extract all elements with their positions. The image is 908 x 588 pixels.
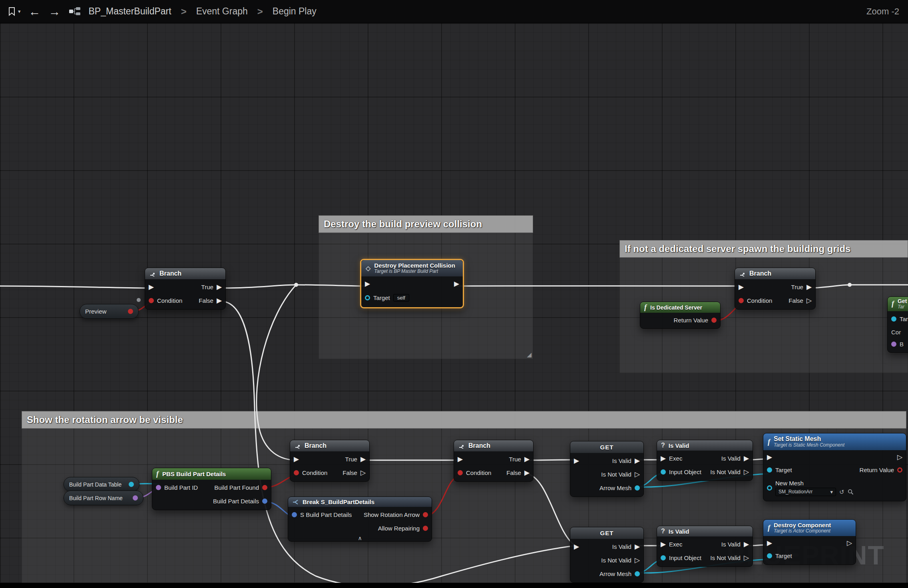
exec-in-pin[interactable]: ▶ — [767, 454, 772, 461]
exec-in-pin[interactable]: ▶ — [294, 456, 299, 463]
exec-in-pin[interactable]: ▶ — [365, 280, 370, 287]
input-object-pin[interactable] — [661, 469, 666, 475]
is-not-valid-exec-pin[interactable]: ▷ — [635, 471, 640, 478]
struct-input-pin[interactable] — [292, 512, 297, 517]
get-node-partial[interactable]: f Get Tar Tar Cor B — [887, 296, 908, 353]
node-header[interactable]: Break S_BuildPartDetails — [288, 497, 432, 507]
bookmark-control[interactable]: ▾ — [8, 7, 21, 16]
is-not-valid-exec-pin[interactable]: ▷ — [744, 469, 749, 475]
input-object-pin[interactable] — [661, 555, 666, 560]
collapse-chevron-icon[interactable]: ∧ — [358, 535, 362, 541]
target-default-value[interactable]: self — [393, 294, 409, 302]
exec-in-pin[interactable]: ▶ — [661, 455, 666, 462]
allow-repairing-pin[interactable] — [423, 526, 428, 531]
exec-in-pin[interactable]: ▶ — [574, 543, 579, 550]
node-header[interactable]: GET — [570, 441, 643, 453]
new-mesh-pin[interactable] — [767, 485, 772, 491]
build-part-found-pin[interactable] — [262, 485, 267, 490]
destroy-component-node[interactable]: f Destroy Component Target is Actor Comp… — [763, 519, 856, 565]
resize-grip-icon[interactable]: ◢ — [527, 351, 532, 358]
condition-pin[interactable] — [739, 298, 744, 303]
breadcrumb-event-graph[interactable]: Event Graph — [196, 6, 248, 17]
node-header[interactable]: GET — [570, 527, 643, 539]
validated-get-node-1[interactable]: GET ▶ Is Valid▶ Is Not Valid▷ Arrow Mesh — [570, 441, 644, 497]
return-value-pin[interactable] — [897, 467, 902, 473]
target-pin[interactable] — [767, 553, 772, 558]
reset-to-default-icon[interactable]: ↺ — [839, 489, 844, 495]
branch-header[interactable]: Branch — [145, 268, 225, 279]
branch-node-2[interactable]: Branch ▶ True▶ Condition False▷ — [735, 268, 816, 310]
branch-node-4[interactable]: Branch ▶ True▶ Condition False▶ — [454, 440, 534, 482]
node-header[interactable]: ? Is Valid — [657, 440, 753, 451]
false-exec-pin[interactable]: ▷ — [360, 469, 366, 476]
comment-header[interactable]: Show the rotation arrow be visible — [22, 411, 906, 429]
breadcrumb-root[interactable]: BP_MasterBuildPart — [89, 6, 171, 17]
exec-in-pin[interactable]: ▶ — [661, 541, 666, 548]
false-exec-pin[interactable]: ▶ — [217, 297, 222, 304]
return-value-pin[interactable] — [711, 318, 717, 323]
target-pin[interactable] — [767, 467, 772, 473]
build-part-id-pin[interactable] — [156, 485, 161, 490]
break-build-part-details-node[interactable]: Break S_BuildPartDetails S Build Part De… — [288, 497, 432, 542]
node-header[interactable]: ◇ Destroy Placement Collision Target is … — [361, 260, 463, 276]
is-valid-exec-pin[interactable]: ▶ — [635, 543, 640, 550]
true-exec-pin[interactable]: ▶ — [524, 456, 530, 463]
branch-node-3[interactable]: Branch ▶ True▶ Condition False▷ — [290, 440, 370, 482]
branch-node-1[interactable]: Branch ▶ True▶ Condition False▶ — [145, 268, 226, 310]
validated-get-node-2[interactable]: GET ▶ Is Valid▶ Is Not Valid▷ Arrow Mesh — [570, 527, 644, 583]
is-valid-node-1[interactable]: ? Is Valid ▶Exec Is Valid▶ Input Object … — [657, 440, 753, 481]
value-pin[interactable] — [891, 342, 896, 347]
target-pin[interactable] — [365, 295, 370, 300]
node-header[interactable]: f Is Dedicated Server — [640, 302, 720, 313]
preview-variable-node[interactable]: Preview — [80, 304, 139, 319]
arrow-mesh-pin[interactable] — [635, 485, 640, 491]
build-part-details-pin[interactable] — [262, 499, 267, 504]
condition-pin[interactable] — [458, 470, 463, 475]
build-part-data-table-node[interactable]: Build Part Data Table — [64, 477, 139, 492]
is-not-valid-exec-pin[interactable]: ▷ — [635, 557, 640, 564]
false-exec-pin[interactable]: ▶ — [524, 469, 530, 476]
breadcrumb-begin-play[interactable]: Begin Play — [273, 6, 317, 17]
true-exec-pin[interactable]: ▶ — [217, 284, 222, 290]
comment-header[interactable]: Destroy the build preview collision — [319, 215, 533, 233]
is-dedicated-server-node[interactable]: f Is Dedicated Server Return Value — [640, 302, 721, 329]
exec-in-pin[interactable]: ▶ — [149, 284, 154, 290]
preview-output-pin[interactable] — [128, 309, 133, 314]
branch-header[interactable]: Branch — [454, 440, 533, 451]
node-header[interactable]: f Get Tar — [888, 297, 908, 311]
back-button[interactable]: ← — [29, 6, 41, 18]
exec-in-pin[interactable]: ▶ — [574, 457, 579, 464]
browse-asset-icon[interactable] — [848, 489, 854, 495]
pbs-build-part-details-node[interactable]: f PBS Build Part Details Build Part ID B… — [152, 468, 271, 510]
data-table-output-pin[interactable] — [129, 482, 134, 487]
exec-in-pin[interactable]: ▶ — [767, 540, 772, 546]
exec-out-pin[interactable]: ▷ — [897, 454, 902, 461]
branch-header[interactable]: Branch — [290, 440, 369, 451]
condition-pin[interactable] — [149, 298, 154, 303]
is-valid-exec-pin[interactable]: ▶ — [744, 541, 749, 548]
node-header[interactable]: f Set Static Mesh Target is Static Mesh … — [763, 433, 906, 450]
target-pin[interactable] — [891, 316, 896, 322]
node-header[interactable]: f PBS Build Part Details — [152, 468, 271, 480]
is-valid-node-2[interactable]: ? Is Valid ▶Exec Is Valid▶ Input Object … — [657, 526, 753, 567]
mesh-select-dropdown[interactable]: SM_RotationArr ▾ — [775, 488, 836, 496]
true-exec-pin[interactable]: ▶ — [360, 456, 366, 463]
node-header[interactable]: ? Is Valid — [657, 526, 753, 536]
row-name-output-pin[interactable] — [133, 495, 138, 501]
is-not-valid-exec-pin[interactable]: ▷ — [744, 554, 749, 561]
is-valid-exec-pin[interactable]: ▶ — [744, 455, 749, 462]
exec-in-pin[interactable]: ▶ — [739, 284, 744, 290]
node-header[interactable]: f Destroy Component Target is Actor Comp… — [763, 520, 856, 536]
is-valid-exec-pin[interactable]: ▶ — [635, 457, 640, 464]
exec-in-pin[interactable]: ▶ — [458, 456, 463, 463]
comment-header[interactable]: If not a dedicated server spawn the buil… — [619, 240, 908, 258]
arrow-mesh-pin[interactable] — [635, 571, 640, 576]
branch-header[interactable]: Branch — [735, 268, 815, 279]
destroy-placement-collision-node[interactable]: ◇ Destroy Placement Collision Target is … — [360, 259, 464, 308]
condition-pin[interactable] — [294, 470, 299, 475]
build-part-row-name-node[interactable]: Build Part Row Name — [64, 491, 143, 505]
exec-out-pin[interactable]: ▶ — [454, 280, 459, 287]
show-rotation-arrow-pin[interactable] — [423, 512, 428, 517]
false-exec-pin[interactable]: ▷ — [806, 297, 812, 304]
forward-button[interactable]: → — [49, 6, 61, 18]
